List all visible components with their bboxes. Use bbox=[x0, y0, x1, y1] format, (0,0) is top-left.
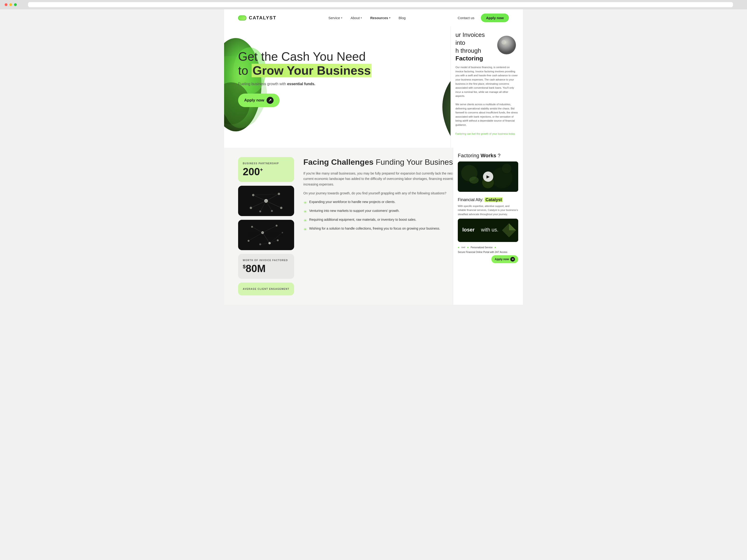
hero-right-overlay: ur Invoices into h through Factoring Our… bbox=[450, 26, 523, 148]
right-panel-factoring-body1: Our model of business financing, is cent… bbox=[456, 65, 518, 98]
rp-factoring-works-title: Factoring Works ? bbox=[458, 152, 518, 159]
rp-ally-title: Financial Ally: Catalyst bbox=[458, 197, 518, 202]
stat-label-invoice: WORTH OF INVOICE FACTORED bbox=[243, 259, 289, 262]
rp-ally-section: Financial Ally: Catalyst With specific e… bbox=[458, 197, 518, 263]
hero-subtitle: Fueling business growth with essential f… bbox=[238, 82, 378, 86]
svg-rect-22 bbox=[241, 220, 291, 250]
rp-label-1: ized bbox=[461, 246, 465, 248]
apply-now-button-bottom[interactable]: Apply now ✕ bbox=[491, 255, 518, 263]
rp-bottom-bar: ● ized ● Personalized Service ● Secure F… bbox=[458, 246, 518, 263]
hero-section: Get the Cash You Need to Grow Your Busin… bbox=[224, 26, 523, 148]
rp-label-secure: Secure Financial Online Portal with 24/7… bbox=[458, 251, 507, 254]
right-panel-factoring-link[interactable]: Factoring can fuel the growth of your bu… bbox=[456, 132, 515, 135]
dot-icon: ● bbox=[494, 246, 496, 249]
arrow-icon: ↗ bbox=[266, 97, 274, 104]
stat-card-network1 bbox=[238, 186, 294, 216]
dark-card-visual: loser with us. bbox=[458, 219, 518, 242]
apply-now-button-nav[interactable]: Apply now bbox=[481, 14, 509, 22]
stat-card-invoice: WORTH OF INVOICE FACTORED $80M bbox=[238, 254, 294, 279]
nav-item-resources[interactable]: Resources ▾ bbox=[370, 16, 390, 20]
contact-link[interactable]: Contact us bbox=[458, 16, 474, 20]
network-icon bbox=[238, 186, 294, 216]
star-icon: ✳ bbox=[304, 200, 307, 206]
dot-icon: ● bbox=[458, 246, 459, 249]
right-panel-bottom: Factoring Works ? ▶ bbox=[453, 148, 523, 305]
stat-card-network2 bbox=[238, 220, 294, 250]
network-icon-2 bbox=[238, 220, 294, 250]
play-button[interactable]: ▶ bbox=[483, 171, 493, 182]
stat-card-engagement: AVERAGE CLIENT ENGAGEMENT bbox=[238, 283, 294, 295]
chevron-down-icon: ▾ bbox=[341, 17, 342, 19]
close-icon: ✕ bbox=[510, 257, 515, 262]
logo[interactable]: CATALYST bbox=[238, 15, 276, 21]
dot-icon: ● bbox=[467, 246, 469, 249]
rp-label-personalized: Personalized Service bbox=[471, 246, 493, 249]
stat-card-partnership: BUSINESS PARTNERSHIP 200+ bbox=[238, 157, 294, 182]
hero-content: Get the Cash You Need to Grow Your Busin… bbox=[238, 50, 378, 107]
svg-point-42 bbox=[502, 164, 512, 173]
stat-value-partnership: 200+ bbox=[243, 167, 289, 177]
rp-factoring-works: Factoring Works ? ▶ bbox=[458, 152, 518, 192]
stat-label-engagement: AVERAGE CLIENT ENGAGEMENT bbox=[243, 288, 289, 290]
logo-icon bbox=[238, 16, 247, 21]
svg-point-43 bbox=[469, 177, 479, 184]
stats-column: BUSINESS PARTNERSHIP 200+ bbox=[238, 157, 294, 295]
rp-video-player[interactable]: ▶ bbox=[458, 161, 518, 192]
apply-now-button-hero[interactable]: Apply now ↗ bbox=[238, 94, 280, 107]
stat-label-partnership: BUSINESS PARTNERSHIP bbox=[243, 162, 289, 165]
bottom-section: BUSINESS PARTNERSHIP 200+ bbox=[224, 148, 523, 305]
nav-right: Contact us Apply now bbox=[458, 14, 509, 22]
right-panel-factoring-body2: We serve clients across a multitude of i… bbox=[456, 102, 518, 127]
star-icon: ✳ bbox=[304, 217, 307, 224]
stat-value-invoice: $80M bbox=[243, 263, 289, 274]
nav-item-service[interactable]: Service ▾ bbox=[329, 16, 342, 20]
brand-name: CATALYST bbox=[249, 15, 276, 21]
navbar: CATALYST Service ▾ About ▾ Resources ▾ bbox=[224, 9, 523, 26]
nav-links: Service ▾ About ▾ Resources ▾ Blog bbox=[329, 16, 406, 20]
nav-item-about[interactable]: About ▾ bbox=[351, 16, 362, 20]
star-icon: ✳ bbox=[304, 209, 307, 215]
svg-text:loser: loser bbox=[462, 227, 475, 233]
sphere-decoration bbox=[490, 31, 518, 59]
nav-item-blog[interactable]: Blog bbox=[399, 16, 406, 20]
chevron-down-icon: ▾ bbox=[389, 17, 390, 19]
hero-title: Get the Cash You Need to Grow Your Busin… bbox=[238, 50, 378, 78]
svg-point-5 bbox=[497, 36, 516, 54]
rp-ally-body: With specific expertise, attentive suppo… bbox=[458, 204, 518, 216]
star-icon: ✳ bbox=[304, 226, 307, 233]
svg-point-6 bbox=[501, 40, 506, 45]
rp-dark-card: loser with us. bbox=[458, 219, 518, 242]
chevron-down-icon: ▾ bbox=[361, 17, 362, 19]
svg-text:with us.: with us. bbox=[481, 227, 499, 233]
